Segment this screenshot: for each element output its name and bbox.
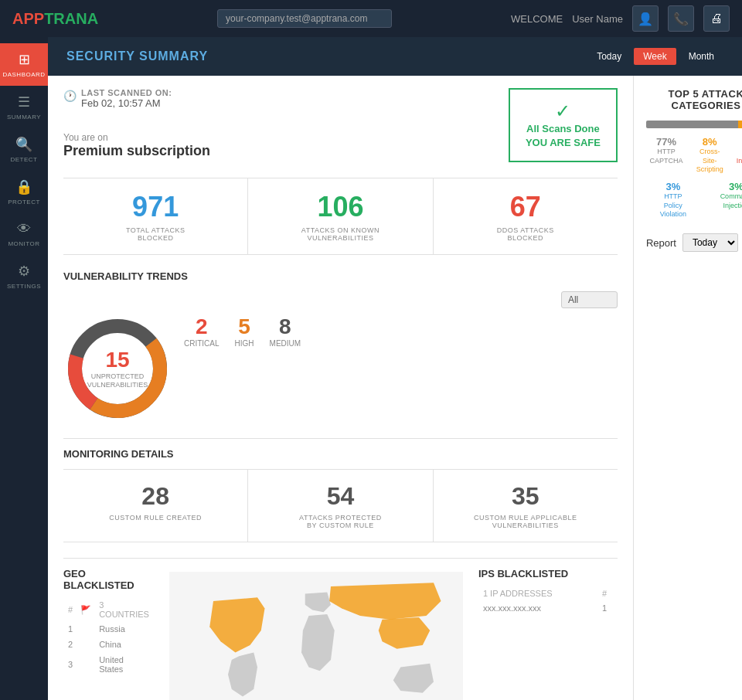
geo-num-1: 1 [65,622,76,636]
vuln-stats: 2 CRITICAL 5 HIGH 8 MEDIUM [184,314,301,348]
logo-app-text: APP [12,10,44,27]
you-are-on: You are on [63,132,210,143]
ip-addresses-label: 1 IP ADDRESSES [480,587,597,600]
donut-chart: 15 UNPROTECTEDVULNERABILITIES [63,314,172,423]
stat-known-vuln: 106 ATTACKS ON KNOWNVULNERABILITIES [248,178,433,254]
world-map-container [169,568,463,700]
attack-categories-list: 77% HTTPCAPTCHA 8% Cross-Site-Scripting … [646,136,742,219]
geo-col-num: # [65,599,76,620]
geo-num-3: 3 [65,653,76,676]
vuln-filter-dropdown[interactable]: All Critical High Medium [561,291,618,308]
geo-col-flag: 🚩 [77,599,94,620]
geo-row-1: 1 Russia [65,622,152,636]
scan-info: 🕐 LAST SCANNED ON: Feb 02, 10:57 AM You … [63,88,618,162]
ip-table: 1 IP ADDRESSES # xxx.xxx.xxx.xxx 1 [478,586,618,617]
attacks-protected-label: ATTACKS PROTECTEDBY CUSTOM RULE [254,514,426,529]
unprotected-label: UNPROTECTEDVULNERABILITIES [87,373,148,390]
geo-num-2: 2 [65,637,76,651]
monitoring-stats-row: 28 CUSTOM RULE CREATED 54 ATTACKS PROTEC… [63,469,618,542]
cat-http-captcha-pct: 77% [649,136,682,148]
today-button[interactable]: Today [587,48,631,65]
ip-col-hash: # [599,587,616,600]
critical-value: 2 [184,314,220,339]
sidebar-label-summary: SUMMARY [7,114,41,121]
geo-country-3: United States [96,653,152,676]
custom-rule-count: 28 [70,482,241,511]
badge-text: All Scans Done YOU ARE SAFE [526,122,601,150]
report-dropdown[interactable]: Today Week Month [682,233,738,252]
week-button[interactable]: Week [634,48,676,65]
section-header: SECURITY SUMMARY Today Week Month [48,37,742,76]
bar-http-captcha [646,121,738,128]
total-attacks-label: TOTAL ATTACKSBLOCKED [70,226,241,242]
cat-command-injection: 3% CommandInjection [720,181,742,219]
nav-center: your-company.test@apptrana.com [217,9,392,28]
monitoring-title: MONITORING DETAILS [63,448,618,460]
cat-command-injection-name: CommandInjection [720,192,742,210]
sidebar: ⊞ DASHBOARD ☰ SUMMARY 🔍 DETECT 🔒 PROTECT… [0,37,48,700]
unprotected-count: 15 [87,348,148,373]
medium-stat: 8 MEDIUM [270,314,301,348]
attacks-protected-stat: 54 ATTACKS PROTECTEDBY CUSTOM RULE [248,470,433,542]
ip-section: IPs BLACKLISTED 1 IP ADDRESSES # xxx. [478,568,618,700]
stat-total-attacks: 971 TOTAL ATTACKSBLOCKED [63,178,248,254]
sidebar-item-dashboard[interactable]: ⊞ DASHBOARD [0,43,48,86]
welcome-label: WELCOME [511,13,563,25]
medium-label: MEDIUM [270,339,301,348]
company-dropdown[interactable]: your-company.test@apptrana.com [217,9,392,28]
phone-button[interactable]: 📞 [668,5,694,32]
report-row: Report Today Week Month ⬇ [646,232,742,253]
cat-http-captcha-name: HTTPCAPTCHA [649,148,682,165]
applicable-vuln-stat: 35 CUSTOM RULE APPLICABLEVULNERABILITIES [434,470,618,542]
cat-http-policy-name: HTTPPolicyViolation [660,192,686,219]
check-icon: ✓ [526,100,601,122]
critical-label: CRITICAL [184,339,220,348]
high-label: HIGH [235,339,254,348]
sidebar-item-detect[interactable]: 🔍 DETECT [0,128,48,171]
geo-country-2: China [96,637,152,651]
critical-stat: 2 CRITICAL [184,314,220,348]
total-attacks-value: 971 [70,191,241,223]
sidebar-label-detect: DETECT [11,156,38,163]
vuln-title: VULNERABILITY TRENDS [63,270,618,282]
sidebar-item-summary[interactable]: ☰ SUMMARY [0,86,48,128]
vuln-dropdown-row: All Critical High Medium [63,291,618,308]
high-value: 5 [235,314,254,339]
monitor-icon: 👁 [17,221,31,237]
sidebar-item-protect[interactable]: 🔒 PROTECT [0,171,48,213]
cat-file-injection: 4% FileInjection [737,136,742,175]
geo-col-countries: 3 COUNTRIES [96,599,152,620]
content-area: SECURITY SUMMARY Today Week Month 🕐 LAST… [48,37,742,700]
ip-count-1: 1 [599,601,616,615]
applicable-vuln-label: CUSTOM RULE APPLICABLEVULNERABILITIES [440,514,611,529]
scan-left: 🕐 LAST SCANNED ON: Feb 02, 10:57 AM You … [63,88,210,159]
bar-xss [738,121,742,128]
last-scanned-date: Feb 02, 10:57 AM [81,97,172,109]
vuln-body: 15 UNPROTECTEDVULNERABILITIES 2 CRITICAL [63,314,618,423]
scan-badge: ✓ All Scans Done YOU ARE SAFE [509,88,618,162]
main-layout: ⊞ DASHBOARD ☰ SUMMARY 🔍 DETECT 🔒 PROTECT… [0,37,742,700]
medium-value: 8 [270,314,301,339]
user-profile-button[interactable]: 👤 [632,5,659,32]
app-logo: APPTRANA [12,10,98,28]
sidebar-label-protect: PROTECT [8,199,40,206]
top-navigation: APPTRANA your-company.test@apptrana.com … [0,0,742,37]
ip-address-1: xxx.xxx.xxx.xxx [480,601,597,615]
sidebar-item-settings[interactable]: ⚙ SETTINGS [0,255,48,297]
print-button[interactable]: 🖨 [703,5,730,32]
cat-xss-pct: 8% [696,136,723,148]
content-body: 🕐 LAST SCANNED ON: Feb 02, 10:57 AM You … [48,76,742,700]
subscription-type: Premium subscription [63,143,210,159]
cat-http-policy-pct: 3% [660,181,686,192]
clock-row: 🕐 LAST SCANNED ON: Feb 02, 10:57 AM [63,88,210,109]
user-name: User Name [572,13,623,25]
sidebar-label-dashboard: DASHBOARD [2,71,45,78]
geo-section: GEO BLACKLISTED # 🚩 3 COUNTRIES [63,568,618,700]
last-scanned-label: LAST SCANNED ON: [81,88,172,97]
month-button[interactable]: Month [679,48,723,65]
cat-file-injection-name: FileInjection [737,148,742,165]
report-label: Report [646,237,676,249]
sidebar-item-monitor[interactable]: 👁 MONITOR [0,213,48,255]
dashboard-icon: ⊞ [19,51,30,68]
applicable-vuln-count: 35 [440,482,611,511]
